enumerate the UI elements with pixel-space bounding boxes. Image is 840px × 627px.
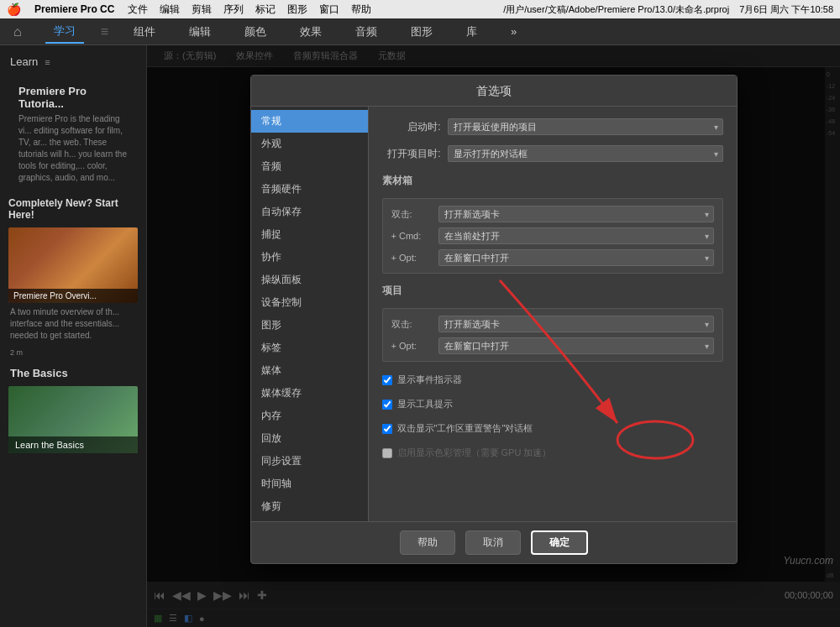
main-area: Learn ≡ Premiere Pro Tutoria... Premiere…	[0, 45, 840, 627]
cb4-label: 启用显示色彩管理（需要 GPU 加速）	[397, 447, 552, 459]
menubar-right: /用户/user/文稿/Adobe/Premiere Pro/13.0/未命名.…	[503, 3, 833, 16]
tabbar: ⌂ 学习 ≡ 组件 编辑 颜色 效果 音频 图形 库 »	[0, 18, 840, 45]
menu-mark[interactable]: 标记	[255, 3, 276, 17]
cb4-row: 启用显示色彩管理（需要 GPU 加速）	[382, 447, 723, 459]
learn-title: Learn	[10, 55, 38, 68]
card-time: 2 m	[0, 347, 146, 358]
proj-double-select-wrapper: 打开新选项卡	[438, 316, 714, 332]
cb2-checkbox[interactable]	[382, 400, 392, 410]
pref-item-appearance[interactable]: 外观	[251, 133, 368, 155]
pref-item-collab[interactable]: 协作	[251, 246, 368, 269]
pref-item-playback[interactable]: 回放	[251, 427, 368, 450]
filepath: /用户/user/文稿/Adobe/Premiere Pro/13.0/未命名.…	[503, 3, 729, 16]
pref-item-media[interactable]: 媒体	[251, 359, 368, 382]
open-project-select-wrapper: 显示打开的对话框	[448, 145, 723, 162]
cb2-label: 显示工具提示	[397, 398, 453, 410]
tab-edit[interactable]: 编辑	[181, 21, 219, 43]
menu-clip[interactable]: 剪辑	[192, 3, 212, 17]
cb1-label: 显示事件指示器	[397, 374, 462, 386]
pref-item-capture[interactable]: 捕捉	[251, 223, 368, 246]
tab-libraries[interactable]: 库	[458, 21, 486, 43]
basics-thumbnail[interactable]: Learn the Basics	[8, 386, 138, 453]
open-project-row: 打开项目时: 显示打开的对话框	[382, 145, 723, 162]
pref-item-general[interactable]: 常规	[251, 110, 368, 133]
tab-graphics[interactable]: 图形	[402, 21, 441, 43]
cb3-checkbox[interactable]	[382, 424, 392, 434]
proj-opt-select-wrapper: 在新窗口中打开	[438, 337, 714, 354]
pref-item-device-control[interactable]: 设备控制	[251, 291, 368, 314]
menu-sequence[interactable]: 序列	[223, 3, 244, 17]
menu-edit[interactable]: 编辑	[160, 3, 180, 17]
pref-item-trim[interactable]: 修剪	[251, 495, 368, 518]
basics-section-title: The Basics	[0, 358, 146, 383]
app-name: Premiere Pro CC	[34, 3, 114, 15]
pref-item-labels[interactable]: 标签	[251, 337, 368, 359]
tutorial-main-title: Premiere Pro Tutoria...	[8, 81, 138, 113]
proj-opt-select[interactable]: 在新窗口中打开	[438, 337, 714, 354]
bin-opt-select-wrapper: 在新窗口中打开	[438, 249, 714, 266]
basics-label: Learn the Basics	[8, 436, 138, 453]
tutorial-card-main: Premiere Pro Tutoria... Premiere Pro is …	[0, 75, 146, 196]
menubar: 🍎 Premiere Pro CC 文件 编辑 剪辑 序列 标记 图形 窗口 帮…	[0, 0, 840, 18]
startup-row: 启动时: 打开最近使用的项目	[382, 118, 723, 135]
menu-items: 文件 编辑 剪辑 序列 标记 图形 窗口 帮助	[128, 3, 371, 17]
startup-select[interactable]: 打开最近使用的项目	[448, 118, 723, 135]
cancel-button[interactable]: 取消	[465, 530, 521, 555]
bin-double-row: 双击: 打开新选项卡	[391, 206, 714, 222]
bin-cmd-select[interactable]: 在当前处打开	[438, 227, 714, 244]
help-button[interactable]: 帮助	[400, 530, 455, 555]
center-area: 源：(无剪辑) 效果控件 音频剪辑混合器 元数据 0 -12 -24 -36	[147, 45, 840, 627]
menu-graphics[interactable]: 图形	[287, 3, 307, 17]
bin-double-select[interactable]: 打开新选项卡	[438, 206, 714, 222]
pref-item-media-cache[interactable]: 媒体缓存	[251, 382, 368, 405]
bin-section-label: 素材箱	[382, 174, 723, 188]
pref-item-timeline[interactable]: 时间轴	[251, 473, 368, 495]
open-project-label: 打开项目时:	[382, 147, 441, 161]
pref-item-control-surface[interactable]: 操纵面板	[251, 269, 368, 291]
pref-item-memory[interactable]: 内存	[251, 405, 368, 427]
dialog-body: 常规 外观 音频 音频硬件 自动保存 捕捉 协作 操纵面板 设备控制 图形 标签…	[251, 107, 737, 521]
home-icon[interactable]: ⌂	[7, 24, 29, 39]
card-section-title: Completely New? Start Here!	[0, 196, 146, 224]
bin-opt-label: + Opt:	[391, 253, 433, 263]
menu-window[interactable]: 窗口	[319, 3, 339, 17]
startup-select-wrapper: 打开最近使用的项目	[448, 118, 723, 135]
project-section: 双击: 打开新选项卡 + Opt:	[382, 308, 723, 362]
bin-cmd-row: + Cmd: 在当前处打开	[391, 227, 714, 244]
datetime: 7月6日 周六 下午10:58	[739, 3, 833, 16]
ok-button[interactable]: 确定	[531, 530, 588, 555]
menu-help[interactable]: 帮助	[351, 3, 371, 17]
apple-menu[interactable]: 🍎	[7, 3, 21, 16]
cb1-checkbox[interactable]	[382, 375, 392, 385]
proj-opt-row: + Opt: 在新窗口中打开	[391, 337, 714, 354]
thumb-overlay: Premiere Pro Overvi...	[8, 289, 138, 303]
preferences-dialog: 首选项 常规 外观 音频 音频硬件 自动保存 捕捉 协作 操纵面板 设备控	[250, 75, 738, 564]
cb3-row: 双击显示"工作区重置警告"对话框	[382, 422, 723, 435]
tab-learn[interactable]: 学习	[45, 20, 84, 44]
learn-panel: Learn ≡ Premiere Pro Tutoria... Premiere…	[0, 45, 147, 627]
tutorial-thumbnail[interactable]: Premiere Pro Overvi...	[8, 227, 138, 303]
pref-item-sync[interactable]: 同步设置	[251, 450, 368, 473]
pref-item-autosave[interactable]: 自动保存	[251, 201, 368, 223]
proj-double-select[interactable]: 打开新选项卡	[438, 316, 714, 332]
card-description: A two minute overview of th... interface…	[0, 306, 146, 347]
tab-more[interactable]: »	[502, 22, 525, 41]
bin-section: 双击: 打开新选项卡 + Cmd:	[382, 198, 723, 274]
tab-effects[interactable]: 效果	[291, 21, 330, 43]
bin-opt-row: + Opt: 在新窗口中打开	[391, 249, 714, 266]
tab-assembly[interactable]: 组件	[125, 21, 164, 43]
bin-opt-select[interactable]: 在新窗口中打开	[438, 249, 714, 266]
pref-item-graphics[interactable]: 图形	[251, 314, 368, 337]
bin-cmd-select-wrapper: 在当前处打开	[438, 227, 714, 244]
dialog-footer: 帮助 取消 确定	[251, 521, 737, 563]
pref-item-audio[interactable]: 音频	[251, 155, 368, 178]
tab-audio[interactable]: 音频	[347, 21, 386, 43]
tab-color[interactable]: 颜色	[236, 21, 275, 43]
learn-menu-icon[interactable]: ≡	[45, 57, 50, 67]
dialog-content: 启动时: 打开最近使用的项目 打开项目时:	[369, 107, 737, 521]
open-project-select[interactable]: 显示打开的对话框	[448, 145, 723, 162]
cb2-row: 显示工具提示	[382, 398, 723, 410]
menu-file[interactable]: 文件	[128, 3, 148, 17]
pref-item-audio-hw[interactable]: 音频硬件	[251, 178, 368, 201]
dialog-title: 首选项	[251, 76, 737, 107]
